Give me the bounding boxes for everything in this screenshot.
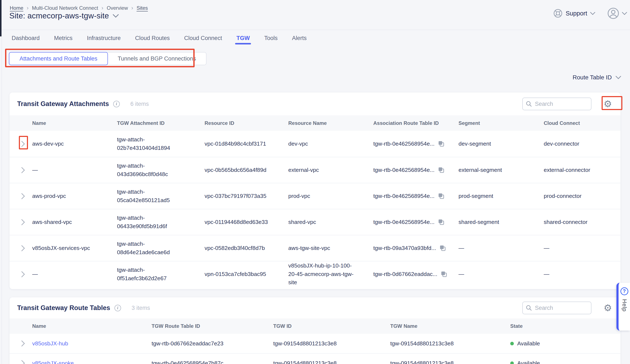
- row-expand-chevron-icon[interactable]: [10, 141, 32, 147]
- breadcrumb-home-link[interactable]: Home: [10, 5, 23, 11]
- user-menu[interactable]: [607, 7, 627, 19]
- page: Home › Multi-Cloud Network Connect › Ove…: [0, 0, 630, 364]
- column-header: TGW Name: [390, 323, 510, 329]
- help-label: Help: [621, 299, 628, 312]
- copy-icon[interactable]: [441, 271, 448, 278]
- column-header: TGW Attachment ID: [117, 120, 204, 126]
- row-expand-chevron-icon[interactable]: [10, 245, 32, 252]
- cell-resource-name: dev-vpc: [288, 140, 364, 148]
- cell-cloud-connect: —: [544, 245, 620, 251]
- breadcrumb: Home › Multi-Cloud Network Connect › Ove…: [10, 5, 148, 11]
- cell-resource-id: vpc-01d84b98c4cbf3171: [204, 141, 288, 147]
- table-row: aws-dev-vpc tgw-attach-02b7e4310404d1894…: [10, 131, 620, 157]
- row-expand-chevron-icon[interactable]: [10, 271, 32, 278]
- column-header: TGW Route Table ID: [152, 323, 273, 329]
- cell-tgw-id: tgw-09154d8801213c3e8: [273, 360, 390, 364]
- tab-tools[interactable]: Tools: [264, 34, 278, 42]
- cell-attachment-id: tgw-attach-0f51aefc3b62d2e67: [117, 266, 183, 283]
- cell-segment: prod-segment: [458, 193, 544, 199]
- copy-icon[interactable]: [438, 141, 445, 147]
- route-tables-table-title: Transit Gateway Route Tables: [17, 304, 110, 312]
- cell-association-route-table-id: tgw-rtb-0e462568954e...: [373, 193, 434, 199]
- cell-name: v85osbJX-services-vpc: [32, 245, 117, 251]
- cell-attachment-id: tgw-attach-043d3696bc8f0d48c: [117, 162, 183, 179]
- tab-cloud-routes[interactable]: Cloud Routes: [134, 34, 170, 42]
- row-expand-chevron-icon[interactable]: [10, 340, 32, 347]
- info-icon[interactable]: i: [114, 305, 121, 311]
- subtab-tunnels-and-bgp-connections[interactable]: Tunnels and BGP Connections: [108, 52, 206, 65]
- state-label: Available: [517, 360, 540, 364]
- question-mark-icon: ?: [620, 287, 628, 295]
- cell-name: aws-shared-vpc: [32, 219, 117, 225]
- tab-metrics[interactable]: Metrics: [54, 34, 73, 42]
- cell-attachment-id: tgw-attach-06433e90fd5b91d6f: [117, 214, 183, 231]
- route-table-name-link[interactable]: v85osbJX-hub: [32, 340, 152, 347]
- column-header: TGW ID: [273, 323, 390, 329]
- attachments-gear-icon[interactable]: ⚙︎: [604, 99, 612, 109]
- breadcrumb-separator: ›: [132, 5, 133, 11]
- copy-icon[interactable]: [438, 193, 445, 199]
- table-row: aws-shared-vpc tgw-attach-06433e90fd5b91…: [10, 209, 620, 235]
- tab-alerts[interactable]: Alerts: [292, 34, 307, 42]
- avatar-icon: [607, 7, 620, 19]
- row-expand-chevron-icon[interactable]: [10, 360, 32, 364]
- cell-name: aws-prod-vpc: [32, 193, 117, 199]
- support-menu[interactable]: Support: [553, 9, 595, 18]
- cell-cloud-connect: external-connector: [544, 167, 620, 173]
- column-header: Name: [32, 120, 117, 126]
- copy-icon[interactable]: [438, 167, 445, 174]
- column-header: Association Route Table ID: [373, 120, 458, 126]
- state-available-dot: [510, 342, 514, 345]
- route-tables-search-input[interactable]: [522, 302, 592, 314]
- copy-icon[interactable]: [438, 219, 445, 226]
- route-tables-gear-icon[interactable]: ⚙︎: [604, 303, 612, 313]
- tab-cloud-connect[interactable]: Cloud Connect: [184, 34, 222, 42]
- attachments-table-title: Transit Gateway Attachments: [17, 100, 109, 108]
- cell-resource-id: vpc-0582edb3f40cf8d7b: [204, 245, 288, 251]
- row-expand-chevron-icon[interactable]: [10, 193, 32, 199]
- site-switcher-chevron-icon[interactable]: [113, 14, 119, 18]
- column-header: Name: [32, 323, 152, 329]
- cell-tgw-id: tgw-09154d8801213c3e8: [273, 340, 390, 347]
- breadcrumb-mcn-item: Multi-Cloud Network Connect: [32, 5, 98, 11]
- tab-tgw[interactable]: TGW: [236, 34, 250, 42]
- copy-icon[interactable]: [440, 245, 446, 252]
- cell-route-table-id: tgw-rtb-0e462568954e7b87c: [152, 360, 273, 364]
- route-table-name-link[interactable]: v85osbJX-spoke: [32, 360, 152, 364]
- tab-infrastructure[interactable]: Infrastructure: [86, 34, 121, 42]
- row-expand-chevron-icon[interactable]: [10, 219, 32, 226]
- cell-segment: shared-segment: [458, 219, 544, 225]
- page-title: Site: acmecorp-aws-tgw-site: [9, 11, 109, 20]
- row-expand-chevron-icon[interactable]: [10, 167, 32, 174]
- search-icon: [526, 305, 532, 311]
- cell-resource-name: shared-vpc: [288, 218, 364, 226]
- cell-segment: —: [458, 245, 544, 251]
- cell-resource-name: prod-vpc: [288, 192, 364, 200]
- cell-tgw-name: tgw-09154d8801213c3e8: [390, 360, 510, 364]
- cell-cloud-connect: —: [544, 271, 620, 277]
- cell-association-route-table-id: tgw-rtb-09a3470a93bfd...: [373, 245, 436, 251]
- tab-dashboard[interactable]: Dashboard: [11, 34, 40, 42]
- breadcrumb-sites-link[interactable]: Sites: [136, 5, 148, 11]
- help-tab[interactable]: ? Help: [616, 283, 630, 331]
- route-tables-search: [522, 302, 592, 314]
- breadcrumb-separator: ›: [102, 5, 104, 11]
- column-header: State: [510, 323, 620, 329]
- cell-association-route-table-id: tgw-rtb-0e462568954e...: [373, 219, 434, 225]
- cell-resource-name: external-vpc: [288, 166, 364, 174]
- attachments-search-input[interactable]: [522, 98, 592, 110]
- table-row: — tgw-attach-0f51aefc3b62d2e67 vpn-0153c…: [10, 261, 620, 287]
- info-icon[interactable]: i: [113, 101, 120, 107]
- cell-resource-id: vpc-01194468d8ed63e33: [204, 219, 288, 225]
- route-table-id-dropdown[interactable]: Route Table ID: [572, 74, 621, 81]
- state-available-dot: [510, 362, 514, 364]
- table-row: aws-prod-vpc tgw-attach-05ca042e850121ad…: [10, 183, 620, 209]
- state-label: Available: [517, 340, 540, 347]
- subtab-attachments-and-route-tables[interactable]: Attachments and Route Tables: [9, 52, 108, 65]
- table-row: v85osbJX-spoke tgw-rtb-0e462568954e7b87c…: [10, 353, 620, 364]
- life-ring-icon: [553, 9, 562, 18]
- route-tables-card: Transit Gateway Route Tables i 3 items ⚙…: [10, 297, 620, 364]
- cell-segment: dev-segment: [458, 141, 544, 147]
- route-tables-items-count: 3 items: [132, 305, 150, 311]
- table-row: v85osbJX-services-vpc tgw-attach-08d64e2…: [10, 235, 620, 261]
